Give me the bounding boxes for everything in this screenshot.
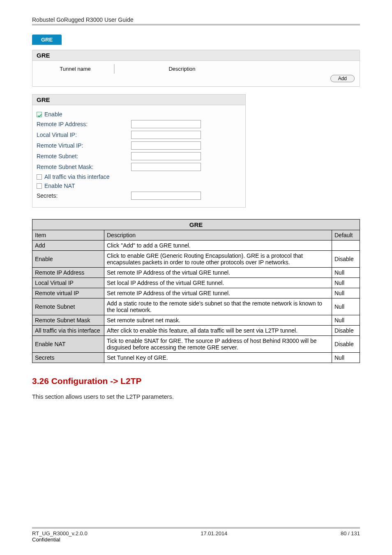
cell-desc: Set remote subnet net mask. xyxy=(104,315,332,326)
table-row: Secrets Set Tunnel Key of GRE. Null xyxy=(32,353,360,363)
footer-confidential: Confidential xyxy=(32,536,360,543)
cell-item: Enable NAT xyxy=(32,336,104,353)
local-virtual-ip-label: Local Virtual IP: xyxy=(37,132,131,138)
add-button[interactable]: Add xyxy=(330,75,355,82)
cell-def: Null xyxy=(332,288,360,298)
page-footer: RT_UG_R3000_v.2.0.0 17.01.2014 80 / 131 … xyxy=(32,527,360,543)
all-traffic-label: All traffic via this interface xyxy=(44,173,109,180)
gre-list-panel: GRE Tunnel name Description Add xyxy=(32,50,360,87)
cell-item: Secrets xyxy=(32,353,104,363)
table-row: Remote Subnet Add a static route to the … xyxy=(32,298,360,315)
cell-desc: Set Tunnel Key of GRE. xyxy=(104,353,332,363)
enable-nat-checkbox-icon[interactable] xyxy=(37,183,42,189)
th-description: Description xyxy=(104,230,332,240)
table-row: Remote Subnet Mask Set remote subnet net… xyxy=(32,315,360,326)
col-description: Description xyxy=(115,64,249,74)
cell-item: Enable xyxy=(32,251,104,268)
cell-item: Add xyxy=(32,240,104,251)
remote-subnet-input[interactable] xyxy=(131,152,201,160)
cell-desc: Set local IP Address of the virtual GRE … xyxy=(104,278,332,288)
cell-desc: Add a static route to the remote side's … xyxy=(104,298,332,315)
cell-item: Remote virtual IP xyxy=(32,288,104,298)
gre-columns-table: Tunnel name Description xyxy=(36,63,249,74)
cell-item: Remote Subnet xyxy=(32,298,104,315)
table-row: Enable NAT Tick to enable SNAT for GRE. … xyxy=(32,336,360,353)
remote-subnet-label: Remote Subnet: xyxy=(37,153,131,160)
enable-nat-label: Enable NAT xyxy=(44,183,75,189)
cell-def: Disable xyxy=(332,251,360,268)
cell-item: Remote IP Address xyxy=(32,268,104,278)
cell-def: Null xyxy=(332,315,360,326)
cell-def: Null xyxy=(332,298,360,315)
cell-desc: Set remote IP Address of the virtual GRE… xyxy=(104,268,332,278)
gre-list-heading: GRE xyxy=(32,50,360,61)
remote-virtual-ip-label: Remote Virtual IP: xyxy=(37,142,131,149)
enable-checkbox-icon[interactable] xyxy=(37,112,42,117)
cell-item: All traffic via this interface xyxy=(32,326,104,336)
cell-desc: After click to enable this feature, all … xyxy=(104,326,332,336)
all-traffic-checkbox-icon[interactable] xyxy=(37,174,42,180)
table-row: Enable Click to enable GRE (Generic Rout… xyxy=(32,251,360,268)
tab-row: GRE xyxy=(32,35,360,45)
tab-gre[interactable]: GRE xyxy=(32,35,62,45)
table-row: All traffic via this interface After cli… xyxy=(32,326,360,336)
remote-subnet-mask-label: Remote Subnet Mask: xyxy=(37,164,131,170)
footer-center: 17.01.2014 xyxy=(201,530,227,536)
th-item: Item xyxy=(32,230,104,240)
remote-ip-input[interactable] xyxy=(131,120,201,128)
doc-header: Robustel GoRugged R3000 User Guide xyxy=(32,16,360,23)
cell-item: Local Virtual IP xyxy=(32,278,104,288)
cell-item: Remote Subnet Mask xyxy=(32,315,104,326)
remote-ip-label: Remote IP Address: xyxy=(37,121,131,127)
table-row: Remote virtual IP Set remote IP Address … xyxy=(32,288,360,298)
enable-label: Enable xyxy=(44,111,62,118)
footer-left: RT_UG_R3000_v.2.0.0 xyxy=(32,530,88,536)
cell-desc: Set remote IP Address of the virtual GRE… xyxy=(104,288,332,298)
table-row: Add Click "Add" to add a GRE tunnel. xyxy=(32,240,360,251)
cell-def: Null xyxy=(332,268,360,278)
cell-def: Disable xyxy=(332,326,360,336)
gre-reference-table: GRE Item Description Default Add Click "… xyxy=(32,219,360,363)
section-heading: 3.26 Configuration -> L2TP xyxy=(32,376,360,386)
table-row: Local Virtual IP Set local IP Address of… xyxy=(32,278,360,288)
local-virtual-ip-input[interactable] xyxy=(131,131,201,139)
table-title: GRE xyxy=(32,220,360,230)
cell-def: Disable xyxy=(332,336,360,353)
table-row: Remote IP Address Set remote IP Address … xyxy=(32,268,360,278)
cell-def: Null xyxy=(332,353,360,363)
header-rule xyxy=(32,24,360,25)
gre-form-panel: GRE Enable Remote IP Address: Local Virt… xyxy=(32,94,246,208)
footer-right: 80 / 131 xyxy=(341,530,360,536)
cell-def xyxy=(332,240,360,251)
section-body: This section allows users to set the L2T… xyxy=(32,393,360,400)
cell-def: Null xyxy=(332,278,360,288)
secrets-input[interactable] xyxy=(131,192,201,200)
secrets-label: Secrets: xyxy=(37,192,131,199)
remote-virtual-ip-input[interactable] xyxy=(131,141,201,150)
cell-desc: Click to enable GRE (Generic Routing Enc… xyxy=(104,251,332,268)
th-default: Default xyxy=(332,230,360,240)
cell-desc: Tick to enable SNAT for GRE. The source … xyxy=(104,336,332,353)
footer-rule xyxy=(32,527,360,529)
col-tunnel-name: Tunnel name xyxy=(37,64,115,74)
gre-form-heading: GRE xyxy=(32,95,245,105)
cell-desc: Click "Add" to add a GRE tunnel. xyxy=(104,240,332,251)
remote-subnet-mask-input[interactable] xyxy=(131,163,201,171)
